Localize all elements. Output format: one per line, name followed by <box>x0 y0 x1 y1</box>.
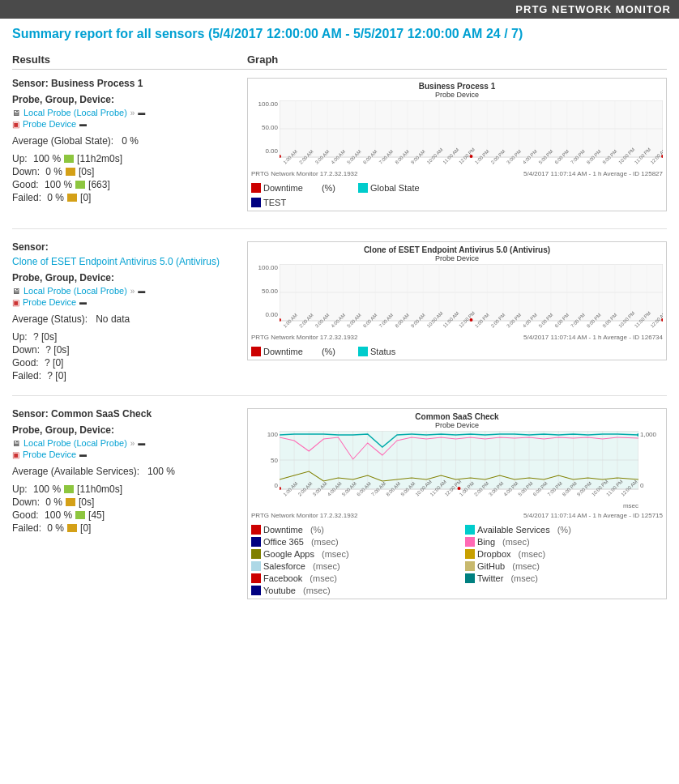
average-value-2 <box>91 313 93 325</box>
chart-footer-1: PRTG Network Monitor 17.2.32.1932 5/4/20… <box>248 169 666 178</box>
dash-device-3: ▬ <box>79 450 87 458</box>
legend-box-status-2 <box>358 347 368 356</box>
legend-1: Downtime (%) Global State <box>248 178 666 196</box>
stat-up-2: Up: ? [0s] <box>12 331 239 343</box>
chart-title-1: Business Process 1 <box>248 79 666 91</box>
dash-2: ▬ <box>138 287 145 295</box>
stat-down-2: Down: ? [0s] <box>12 344 239 356</box>
report-title: Summary report for all sensors (5/4/2017… <box>12 27 667 41</box>
probe-group-label-2: Probe, Group, Device: <box>12 272 239 283</box>
chart-footer-right-2: 5/4/2017 11:07:14 AM - 1 h Average - ID … <box>523 334 663 341</box>
stat-bar-good-1 <box>75 181 85 189</box>
sensor-name-1: Business Process 1 <box>51 78 143 89</box>
chart-right-2: 1:00 AM 2:00 AM 3:00 AM 4:00 AM 5:00 AM … <box>280 264 663 333</box>
stat-bar-good-3 <box>75 511 85 519</box>
probe-row-1a: 🖥 Local Probe (Local Probe) » ▬ <box>12 108 239 117</box>
chart-container-1: Business Process 1 Probe Device 100.00 5… <box>247 78 667 211</box>
stat-bar-up-3 <box>64 485 74 493</box>
chart-wrapper-2: Clone of ESET Endpoint Antivirus 5.0 (An… <box>247 241 667 360</box>
chart-title-2: Clone of ESET Endpoint Antivirus 5.0 (An… <box>248 242 666 254</box>
average-value-3 <box>142 466 144 477</box>
stat-failed-1: Failed: 0 % [0] <box>12 192 239 203</box>
chart-svg-1: 1:00 AM 2:00 AM 3:00 AM 4:00 AM 5:00 AM … <box>280 100 663 169</box>
average-label-3: Average (Available Services): <box>12 466 139 477</box>
legend-googleapps-3: Google Apps (msec) <box>251 549 449 559</box>
sensor-name-3: Common SaaS Check <box>51 408 152 420</box>
chart-footer-right-3: 5/4/2017 11:07:14 AM - 1 h Average - ID … <box>523 512 663 519</box>
legend-dropbox-3: Dropbox (msec) <box>465 549 663 559</box>
stat-up-1: Up: 100 % [11h2m0s] <box>12 153 239 164</box>
sensor-label-1: Sensor: Business Process 1 <box>12 78 239 89</box>
main-content: Summary report for all sensors (5/4/2017… <box>0 19 679 637</box>
legend-item-test-1: TEST <box>251 198 286 207</box>
svg-point-133 <box>457 487 460 490</box>
average-num-1: 0 % <box>122 135 139 147</box>
probe-row-3b: ▣ Probe Device ▬ <box>12 450 239 459</box>
probe-link-3[interactable]: Local Probe (Local Probe) <box>23 438 127 448</box>
stat-bar-down-1 <box>66 168 75 176</box>
dash-device-1: ▬ <box>79 120 87 128</box>
stat-good-3: Good: 100 % [45] <box>12 509 239 521</box>
chart-subtitle-2: Probe Device <box>248 254 666 262</box>
legend-item-downtime-1: Downtime (%) <box>251 183 335 193</box>
stat-failed-2: Failed: ? [0] <box>12 370 239 381</box>
stat-bar-failed-3 <box>67 524 77 532</box>
average-value-1 <box>117 135 119 147</box>
chart-svg-2: 1:00 AM 2:00 AM 3:00 AM 4:00 AM 5:00 AM … <box>280 264 663 333</box>
legend-office365-3: Office 365 (msec) <box>251 537 449 547</box>
legend-item-downtime-2: Downtime (%) <box>251 347 335 356</box>
chart-footer-left-1: PRTG Network Monitor 17.2.32.1932 <box>251 170 357 177</box>
probe-link-1[interactable]: Local Probe (Local Probe) <box>23 108 127 117</box>
dash-1: ▬ <box>138 109 145 117</box>
legend-twitter-3: Twitter (msec) <box>465 573 663 583</box>
chart-svg-3: 1:00 AM 2:00 AM 3:00 AM 4:00 AM 5:00 AM … <box>280 431 638 504</box>
probe-link-2[interactable]: Local Probe (Local Probe) <box>23 286 127 296</box>
y-axis-1: 100.00 50.00 0.00 <box>251 100 280 169</box>
arrow-2: » <box>130 287 135 296</box>
chart-footer-right-1: 5/4/2017 11:07:14 AM - 1 h Average - ID … <box>523 170 663 177</box>
chart-right-3: 1:00 AM 2:00 AM 3:00 AM 4:00 AM 5:00 AM … <box>280 431 638 504</box>
average-row-2: Average (Status): No data <box>12 313 239 325</box>
stat-bar-up-1 <box>64 155 74 163</box>
legend-youtube-3: Youtube (msec) <box>251 586 449 595</box>
chart-right-1: 1:00 AM 2:00 AM 3:00 AM 4:00 AM 5:00 AM … <box>280 100 663 169</box>
sensor-name-2: Clone of ESET Endpoint Antivirus 5.0 (An… <box>12 256 239 267</box>
probe-row-2b: ▣ Probe Device ▬ <box>12 297 239 307</box>
chart-footer-2: PRTG Network Monitor 17.2.32.1932 5/4/20… <box>248 333 666 342</box>
average-num-3: 100 % <box>147 466 175 477</box>
probe-server-icon-1: 🖥 <box>12 109 20 117</box>
legend-box-test-1 <box>251 198 261 207</box>
stat-up-3: Up: 100 % [11h0m0s] <box>12 484 239 495</box>
sensor-label-3: Sensor: Common SaaS Check <box>12 408 239 420</box>
legend-item-globalstate-1: Global State <box>358 183 420 193</box>
probe-server-icon-2: 🖥 <box>12 287 20 296</box>
stat-good-2: Good: ? [0] <box>12 357 239 369</box>
probe-row-3a: 🖥 Local Probe (Local Probe) » ▬ <box>12 438 239 448</box>
arrow-1: » <box>130 109 135 117</box>
legend-2: Downtime (%) Status <box>248 342 666 360</box>
device-icon-1: ▣ <box>12 120 19 129</box>
probe-row-2a: 🖥 Local Probe (Local Probe) » ▬ <box>12 286 239 296</box>
columns-header: Results Graph <box>12 53 667 70</box>
chart-title-3: Common SaaS Check <box>248 409 666 421</box>
legend-available-3: Available Services (%) <box>465 525 663 535</box>
legend-salesforce-3: Salesforce (msec) <box>251 561 449 571</box>
chart-inner-1: 100.00 50.00 0.00 <box>251 100 663 169</box>
legend-box-downtime-1 <box>251 183 261 193</box>
chart-inner-2: 100.00 50.00 0.00 <box>251 264 663 333</box>
probe-server-icon-3: 🖥 <box>12 439 20 448</box>
sensor-label-2: Sensor: <box>12 241 239 253</box>
device-link-1[interactable]: Probe Device <box>23 119 76 129</box>
device-icon-2: ▣ <box>12 298 19 307</box>
chart-footer-left-3: PRTG Network Monitor 17.2.32.1932 <box>251 512 357 519</box>
y-axis-2: 100.00 50.00 0.00 <box>251 264 280 333</box>
legend-facebook-3: Facebook (msec) <box>251 573 449 583</box>
device-link-2[interactable]: Probe Device <box>23 297 76 307</box>
device-link-3[interactable]: Probe Device <box>23 450 76 459</box>
sensor-block-1: Sensor: Business Process 1 Probe, Group,… <box>12 78 667 229</box>
probe-row-1b: ▣ Probe Device ▬ <box>12 119 239 129</box>
legend-bing-3: Bing (msec) <box>465 537 663 547</box>
app-title: PRTG NETWORK MONITOR <box>515 3 671 15</box>
average-row-3: Average (Available Services): 100 % <box>12 466 239 477</box>
stat-down-3: Down: 0 % [0s] <box>12 496 239 508</box>
